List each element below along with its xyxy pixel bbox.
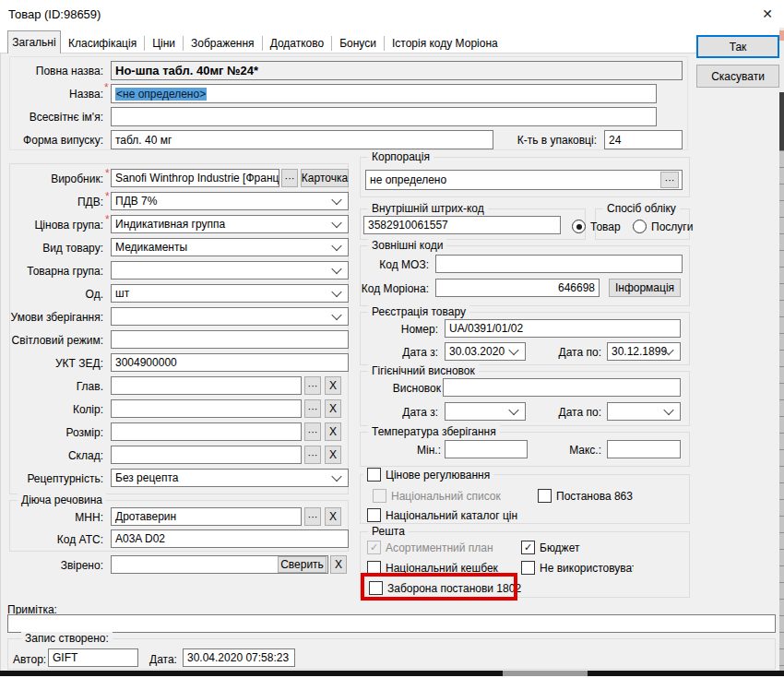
checkbox-resolution-863[interactable]: Постанова 863 [538, 489, 633, 503]
ukt-zed-input[interactable]: 3004900000 [111, 353, 349, 372]
full-name-field: Но-шпа табл. 40мг №24* [111, 61, 683, 80]
verify-button[interactable]: Сверить [278, 556, 327, 573]
conclusion-input[interactable] [443, 378, 681, 397]
price-group-select[interactable]: Индикативная группа [111, 215, 349, 233]
mnn-field[interactable]: Дротаверин [111, 507, 302, 526]
pack-qty-label: К-ть в упаковці: [503, 134, 597, 147]
manufacturer-card-button[interactable]: Карточка [301, 169, 349, 187]
size-field[interactable] [111, 422, 302, 441]
prescription-select[interactable]: Без рецепта [111, 469, 349, 487]
release-form-input[interactable]: табл. 40 мг [111, 130, 493, 149]
manufacturer-browse-button[interactable]: ··· [281, 169, 298, 187]
ok-button[interactable]: Так [696, 35, 779, 58]
background-row-ticks-right [779, 150, 784, 671]
radio-circle-icon [633, 220, 647, 233]
price-group-label: Цінова група: [7, 219, 103, 232]
checkbox-do-not-use[interactable]: Не використовувати [521, 561, 634, 575]
chevron-down-icon [331, 310, 341, 320]
temperature-min-label: Мін.: [360, 444, 441, 457]
manufacturer-required-mark: * [105, 167, 110, 180]
temperature-min-input[interactable] [445, 440, 528, 458]
checkbox-box [521, 561, 535, 575]
storage-conditions-select[interactable] [111, 307, 349, 326]
full-name-label: Повна назва: [9, 65, 103, 77]
checkbox-national-cashback[interactable]: Національний кешбек [367, 561, 498, 575]
warehouse-label: Склад: [7, 449, 103, 462]
tab-general[interactable]: Загальні [7, 30, 61, 54]
checkbox-box: ✓ [521, 541, 535, 554]
tab-additional[interactable]: Додатково [263, 36, 333, 51]
size-clear-button[interactable]: X [325, 422, 341, 441]
verified-clear-button[interactable]: X [330, 555, 347, 574]
info-button[interactable]: Інформація [609, 279, 681, 297]
checkbox-assortment-plan[interactable]: ✓ Асортиментний план [367, 541, 493, 554]
glav-clear-button[interactable]: X [325, 376, 341, 395]
product-kind-select[interactable]: Медикаменты [111, 238, 349, 256]
temperature-max-input[interactable] [607, 440, 681, 458]
product-group-select[interactable] [111, 261, 349, 280]
tab-prices[interactable]: Ціни [145, 36, 184, 51]
glav-field[interactable] [111, 376, 302, 395]
close-icon[interactable]: ✕ [754, 4, 780, 24]
tab-morion-history[interactable]: Історія коду Моріона [385, 36, 505, 51]
chevron-down-icon [331, 241, 341, 251]
color-field[interactable] [111, 399, 302, 418]
background-pink-sliver [779, 30, 784, 41]
chevron-down-icon [508, 405, 518, 415]
checkbox-budget[interactable]: ✓ Бюджет [521, 541, 579, 554]
hygienic-date-from-select[interactable] [445, 402, 526, 421]
moz-code-input[interactable] [435, 255, 683, 273]
atc-field[interactable]: A03A D02 [111, 529, 349, 548]
corporation-browse-button[interactable]: ··· [660, 172, 679, 188]
tab-images[interactable]: Зображення [184, 36, 263, 51]
pack-qty-input[interactable]: 24 [604, 130, 683, 149]
barcode-group-title: Внутрішній штрих-код [368, 202, 488, 215]
color-clear-button[interactable]: X [325, 399, 341, 418]
checkbox-price-regulation[interactable]: Цінове регулювання [363, 468, 493, 482]
checkbox-prohibition-resolution-1802[interactable]: Заборона постанови 1802 [369, 581, 521, 595]
manufacturer-field[interactable]: Sanofi Winthrop Industrie [Франция] [111, 169, 279, 187]
warehouse-browse-button[interactable]: ··· [304, 446, 321, 464]
warehouse-clear-button[interactable]: X [325, 446, 341, 464]
created-date-field[interactable]: 30.04.2020 07:58:23 [183, 648, 295, 667]
note-input[interactable] [7, 614, 776, 633]
prescription-label: Рецептурність: [7, 472, 103, 485]
size-browse-button[interactable]: ··· [304, 422, 321, 441]
vat-select[interactable]: ПДВ 7% [111, 192, 349, 210]
light-mode-input[interactable] [111, 330, 349, 349]
light-mode-label: Світловий режим: [7, 334, 103, 347]
morion-code-input[interactable]: 646698 [435, 279, 600, 297]
atc-label: Код АТС: [7, 533, 103, 546]
color-browse-button[interactable]: ··· [304, 399, 321, 418]
glav-browse-button[interactable]: ··· [304, 376, 321, 395]
registration-number-input[interactable]: UA/0391/01/02 [445, 319, 681, 338]
hygienic-date-to-select[interactable] [607, 402, 681, 421]
checkbox-national-price-catalog[interactable]: Національний каталог цін [367, 508, 517, 522]
color-label: Колір: [7, 403, 103, 416]
tab-bonuses[interactable]: Бонуси [332, 36, 385, 51]
corporation-field[interactable]: не определено [365, 170, 683, 190]
author-field[interactable]: GIFT [48, 648, 138, 667]
product-dialog: Товар (ID:98659) ✕ Загальні Класифікація… [0, 0, 784, 678]
barcode-input[interactable]: 3582910061557 [363, 216, 561, 234]
radio-services[interactable]: Послуги [633, 220, 693, 233]
background-bottom-scroll-thumb[interactable] [503, 671, 588, 676]
checkbox-box [538, 489, 552, 503]
mnn-clear-button[interactable]: X [325, 507, 341, 526]
selected-text: <не определено> [115, 88, 207, 101]
unit-select[interactable]: шт [111, 284, 349, 303]
name-input[interactable]: <не определено> [111, 84, 657, 103]
radio-dot-icon [572, 220, 586, 233]
checkbox-national-list[interactable]: Національний список [373, 489, 501, 503]
radio-goods[interactable]: Товар [572, 220, 621, 233]
cancel-button[interactable]: Скасувати [696, 65, 779, 88]
chevron-down-icon [508, 345, 518, 355]
world-name-input[interactable] [111, 107, 657, 126]
registration-date-to-select[interactable]: 30.12.1899 [607, 342, 681, 361]
warehouse-field[interactable] [111, 446, 302, 464]
window-title: Товар (ID:98659) [8, 7, 101, 21]
vat-required-mark: * [105, 190, 110, 203]
mnn-browse-button[interactable]: ··· [304, 507, 321, 526]
registration-date-from-select[interactable]: 30.03.2020 [445, 342, 526, 361]
tab-classification[interactable]: Класифікація [61, 36, 145, 51]
